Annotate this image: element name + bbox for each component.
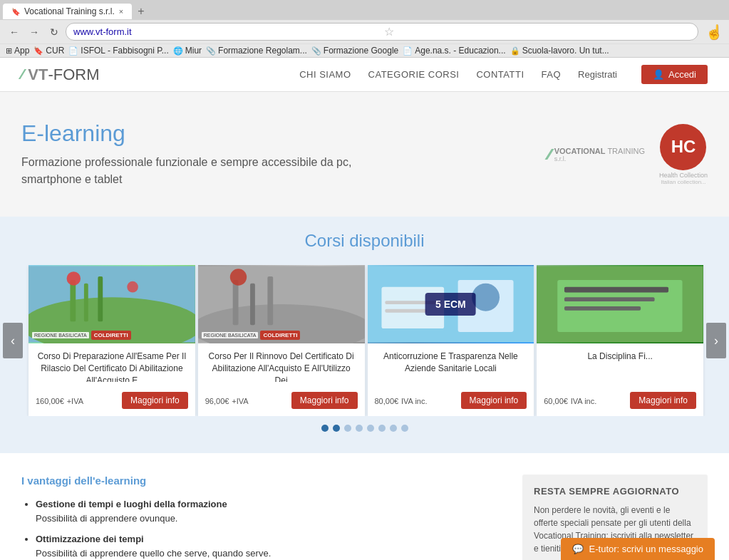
- benefit-item-1: Gestione di tempi e luoghi della formazi…: [36, 497, 501, 525]
- benefits-list: Gestione di tempi e luoghi della formazi…: [21, 497, 501, 560]
- dot-2[interactable]: [333, 425, 340, 432]
- card-2-title: Corso Per Il Rinnovo Del Certificato Di …: [205, 351, 358, 382]
- browser-controls: ← → ↻ www.vt-form.it ☆ ☝: [0, 20, 729, 43]
- dot-6[interactable]: [378, 425, 386, 432]
- card-3-image: 5 ECM: [368, 265, 534, 343]
- card-2-body: Corso Per Il Rinnovo Del Certificato Di …: [198, 343, 365, 392]
- benefit-2-strong: Ottimizzazione dei tempi: [36, 534, 144, 544]
- card-4-btn[interactable]: Maggiori info: [630, 392, 696, 409]
- nav-faq[interactable]: FAQ: [542, 69, 562, 80]
- dot-5[interactable]: [367, 425, 374, 432]
- card-4-title: La Disciplina Fi...: [544, 351, 696, 382]
- card-3-footer: 80,00€ IVA inc. Maggiori info: [368, 392, 534, 416]
- accedi-button[interactable]: 👤 Accedi: [641, 65, 708, 84]
- vt-tagline: s.r.l.: [554, 155, 645, 162]
- bookmark-scuola[interactable]: 🔒 Scuola-lavoro. Un tut...: [510, 46, 609, 56]
- logo-text: VT-FORM: [28, 66, 99, 84]
- card-1-body: Corso Di Preparazione All'Esame Per Il R…: [29, 343, 195, 392]
- card-3-ecm-badge: 5 ECM: [425, 293, 476, 316]
- benefits-title: I vantaggi dell'e-learning: [21, 475, 501, 487]
- svg-rect-22: [564, 297, 655, 301]
- card-2-coldiretti-badge: COLDIRETTI: [260, 331, 300, 340]
- svg-rect-4: [98, 276, 103, 321]
- card-4-body: La Disciplina Fi...: [537, 343, 703, 392]
- benefits-left: I vantaggi dell'e-learning Gestione di t…: [21, 475, 501, 560]
- site-nav: CHI SIAMO CATEGORIE CORSI CONTATTI FAQ R…: [299, 65, 708, 84]
- active-tab[interactable]: 🔖 Vocational Training s.r.l. ×: [3, 4, 132, 19]
- bookmark-star-icon[interactable]: ☆: [384, 25, 691, 38]
- vt-logo: ⁄⁄⁄⁄ VOCATIONAL TRAINING s.r.l.: [548, 145, 645, 164]
- course-card-1: REGIONE BASILICATA COLDIRETTI Corso Di P…: [29, 265, 195, 416]
- corsi-cards: REGIONE BASILICATA COLDIRETTI Corso Di P…: [29, 265, 700, 416]
- nav-contatti[interactable]: CONTATTI: [476, 69, 524, 80]
- forward-btn[interactable]: →: [26, 24, 43, 41]
- registrati-link[interactable]: Registrati: [578, 69, 617, 80]
- slider-left-btn[interactable]: ‹: [3, 323, 23, 358]
- svg-rect-18: [385, 309, 426, 313]
- bookmarks-bar: ⊞ App 🔖 CUR 📄 ISFOL - Fabbisogni P... 🌐 …: [0, 43, 729, 57]
- bookmark-isfol[interactable]: 📄 ISFOL - Fabbisogni P...: [68, 46, 168, 56]
- address-bar[interactable]: www.vt-form.it ☆: [66, 23, 698, 41]
- course-card-4: La Disciplina Fi... 60,00€ IVA inc. Magg…: [537, 265, 703, 416]
- slider-right-btn[interactable]: ›: [706, 323, 726, 358]
- svg-point-5: [67, 271, 81, 285]
- card-1-btn[interactable]: Maggiori info: [122, 392, 188, 409]
- bookmark-formazione-reg[interactable]: 📎 Formazione Regolam...: [206, 46, 307, 56]
- svg-point-6: [127, 281, 138, 293]
- nav-chi-siamo[interactable]: CHI SIAMO: [299, 69, 351, 80]
- bookmark-formazione-google[interactable]: 📎 Formazione Google: [311, 46, 398, 56]
- bookmark-cur[interactable]: 🔖 CUR: [33, 46, 64, 56]
- hc-tagline: Italian collection...: [661, 179, 706, 185]
- dot-4[interactable]: [356, 425, 363, 432]
- tab-close-btn[interactable]: ×: [119, 7, 123, 16]
- card-3-btn[interactable]: Maggiori info: [461, 392, 527, 409]
- card-4-price: 60,00€ IVA inc.: [544, 395, 596, 406]
- hero-title: E-learning: [21, 120, 363, 147]
- hero-subtitle: Formazione professionale funzionale e se…: [21, 154, 363, 188]
- bookmark-app[interactable]: ⊞ App: [6, 46, 29, 56]
- card-2-image: REGIONE BASILICATA COLDIRETTI: [198, 265, 365, 343]
- card-2-footer: 96,00€ +IVA Maggiori info: [198, 392, 365, 416]
- svg-point-12: [230, 269, 247, 285]
- back-btn[interactable]: ←: [6, 24, 23, 41]
- card-3-title: Anticorruzione E Trasparenza Nelle Azien…: [375, 351, 527, 382]
- card-4-footer: 60,00€ IVA inc. Maggiori info: [537, 392, 703, 416]
- svg-rect-2: [70, 280, 76, 321]
- chat-label: E-tutor: scrivi un messaggio: [589, 544, 703, 554]
- hc-logo: HC Health Collection Italian collection.…: [659, 124, 708, 185]
- bookmark-miur[interactable]: 🌐 Miur: [173, 46, 202, 56]
- tab-title: Vocational Training s.r.l.: [24, 6, 115, 16]
- hero-left: E-learning Formazione professionale funz…: [21, 120, 363, 188]
- chat-button[interactable]: 💬 E-tutor: scrivi un messaggio: [561, 538, 715, 560]
- newsletter-title: RESTA SEMPRE AGGIORNATO: [534, 486, 696, 497]
- card-1-image: REGIONE BASILICATA COLDIRETTI: [29, 265, 195, 343]
- card-1-region-badge: REGIONE BASILICATA: [32, 332, 89, 338]
- site-header: ⁄⁄⁄⁄ VT-FORM CHI SIAMO CATEGORIE CORSI C…: [0, 58, 729, 92]
- new-tab-btn[interactable]: +: [132, 2, 150, 21]
- svg-rect-3: [84, 284, 88, 322]
- logo-lines-icon: ⁄⁄⁄⁄: [21, 66, 22, 83]
- hc-subtitle: Health Collection: [659, 172, 708, 179]
- browser-chrome: 🔖 Vocational Training s.r.l. × + ← → ↻ w…: [0, 0, 729, 58]
- card-1-coldiretti-badge: COLDIRETTI: [91, 331, 131, 340]
- dot-1[interactable]: [321, 425, 329, 432]
- vt-lines-icon: ⁄⁄⁄⁄: [548, 145, 550, 164]
- benefit-1-text: Possibilità di apprendere ovunque.: [36, 513, 177, 524]
- hero-section: E-learning Formazione professionale funz…: [0, 92, 729, 217]
- card-2-btn[interactable]: Maggiori info: [291, 392, 358, 409]
- nav-categorie[interactable]: CATEGORIE CORSI: [368, 69, 460, 80]
- svg-rect-11: [267, 276, 273, 325]
- svg-rect-21: [564, 287, 668, 293]
- tab-icon: 🔖: [11, 8, 20, 16]
- url-text: www.vt-form.it: [73, 26, 380, 37]
- dot-8[interactable]: [401, 425, 408, 432]
- chat-icon: 💬: [572, 544, 584, 554]
- corsi-section: Corsi disponibili ‹ REGIONE: [0, 217, 729, 453]
- dot-7[interactable]: [390, 425, 397, 432]
- reload-btn[interactable]: ↻: [46, 24, 63, 41]
- dot-3[interactable]: [344, 425, 351, 432]
- card-3-body: Anticorruzione E Trasparenza Nelle Azien…: [368, 343, 534, 392]
- bookmark-agenas[interactable]: 📄 Age.na.s. - Educazion...: [403, 46, 505, 56]
- card-1-title: Corso Di Preparazione All'Esame Per Il R…: [36, 351, 188, 382]
- pinterest-icon[interactable]: ☝: [705, 24, 723, 41]
